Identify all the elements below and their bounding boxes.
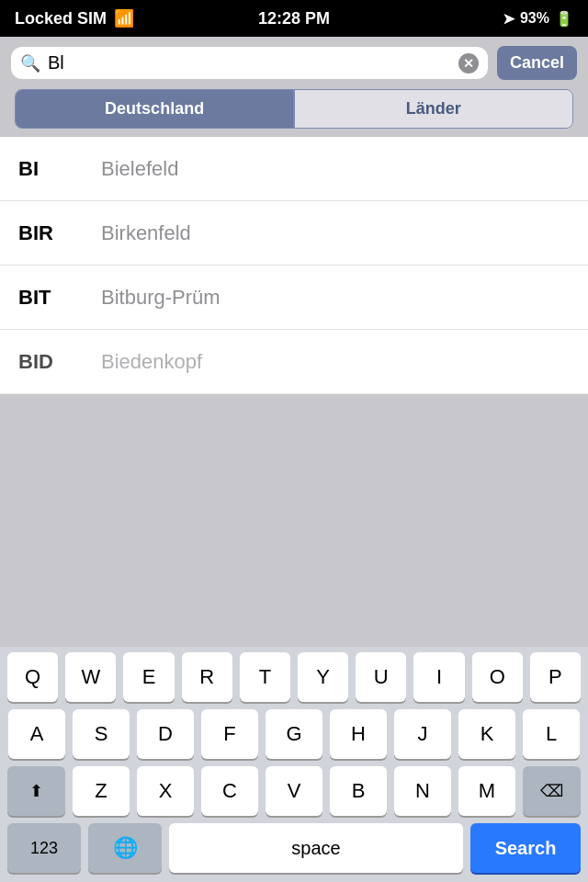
result-code-3: BID bbox=[18, 350, 101, 374]
segment-wrapper: Deutschland Länder bbox=[15, 89, 573, 129]
status-bar: Locked SIM 📶 12:28 PM ➤ 93% 🔋 bbox=[0, 0, 588, 37]
key-m[interactable]: M bbox=[458, 766, 515, 816]
status-right: ➤ 93% 🔋 bbox=[503, 10, 573, 28]
space-key[interactable]: space bbox=[169, 823, 463, 873]
key-k[interactable]: K bbox=[458, 709, 515, 759]
result-name-1: Birkenfeld bbox=[101, 221, 191, 245]
key-j[interactable]: J bbox=[394, 709, 451, 759]
key-d[interactable]: D bbox=[137, 709, 194, 759]
result-name-0: Bielefeld bbox=[101, 157, 178, 181]
search-input-wrapper[interactable]: 🔍 ✕ bbox=[11, 47, 488, 79]
battery-icon: 🔋 bbox=[555, 10, 573, 28]
key-i[interactable]: I bbox=[413, 652, 464, 702]
key-r[interactable]: R bbox=[182, 652, 232, 702]
keyboard-bottom-row: 123 🌐 space Search bbox=[0, 818, 588, 882]
numbers-key[interactable]: 123 bbox=[7, 823, 81, 873]
key-p[interactable]: P bbox=[530, 652, 581, 702]
key-q[interactable]: Q bbox=[7, 652, 58, 702]
table-row[interactable]: BIR Birkenfeld bbox=[0, 201, 588, 266]
keyboard-row-2: A S D F G H J K L bbox=[0, 704, 588, 761]
table-row[interactable]: BIT Bitburg-Prüm bbox=[0, 266, 588, 330]
search-icon: 🔍 bbox=[20, 53, 40, 74]
battery-label: 93% bbox=[520, 10, 549, 27]
keyboard-row-3: ⬆ Z X C V B N M ⌫ bbox=[0, 761, 588, 818]
cancel-button[interactable]: Cancel bbox=[497, 46, 577, 80]
key-u[interactable]: U bbox=[356, 652, 406, 702]
key-g[interactable]: G bbox=[266, 709, 322, 759]
segment-deutschland[interactable]: Deutschland bbox=[16, 90, 293, 128]
table-row[interactable]: BI Bielefeld bbox=[0, 137, 588, 201]
search-input[interactable] bbox=[48, 52, 451, 74]
key-y[interactable]: Y bbox=[298, 652, 348, 702]
search-bar: 🔍 ✕ Cancel bbox=[0, 37, 588, 89]
result-name-3: Biedenkopf bbox=[101, 350, 202, 374]
keyboard-row-1: Q W E R T Y U I O P bbox=[0, 647, 588, 704]
key-v[interactable]: V bbox=[266, 766, 322, 816]
delete-key[interactable]: ⌫ bbox=[523, 766, 581, 816]
carrier-label: Locked SIM bbox=[15, 9, 107, 28]
key-t[interactable]: T bbox=[240, 652, 290, 702]
time-label: 12:28 PM bbox=[258, 9, 330, 28]
result-code-1: BIR bbox=[18, 221, 101, 245]
shift-key[interactable]: ⬆ bbox=[7, 766, 65, 816]
key-b[interactable]: B bbox=[330, 766, 387, 816]
key-s[interactable]: S bbox=[73, 709, 130, 759]
key-e[interactable]: E bbox=[123, 652, 174, 702]
segment-laender[interactable]: Länder bbox=[295, 90, 572, 128]
result-code-2: BIT bbox=[18, 286, 101, 310]
clear-button[interactable]: ✕ bbox=[458, 53, 479, 74]
key-x[interactable]: X bbox=[137, 766, 194, 816]
segment-control: Deutschland Länder bbox=[0, 89, 588, 136]
key-w[interactable]: W bbox=[65, 652, 116, 702]
key-z[interactable]: Z bbox=[73, 766, 130, 816]
key-n[interactable]: N bbox=[394, 766, 451, 816]
result-code-0: BI bbox=[18, 157, 101, 181]
globe-key[interactable]: 🌐 bbox=[88, 823, 162, 873]
key-c[interactable]: C bbox=[201, 766, 258, 816]
status-left: Locked SIM 📶 bbox=[15, 8, 134, 28]
key-a[interactable]: A bbox=[8, 709, 65, 759]
key-f[interactable]: F bbox=[201, 709, 258, 759]
table-row[interactable]: BID Biedenkopf bbox=[0, 330, 588, 394]
wifi-icon: 📶 bbox=[114, 8, 134, 28]
search-key[interactable]: Search bbox=[470, 823, 581, 873]
location-icon: ➤ bbox=[503, 10, 514, 28]
keyboard: Q W E R T Y U I O P A S D F G H J K L ⬆ … bbox=[0, 647, 588, 882]
results-list: BI Bielefeld BIR Birkenfeld BIT Bitburg-… bbox=[0, 136, 588, 394]
key-l[interactable]: L bbox=[523, 709, 580, 759]
key-h[interactable]: H bbox=[330, 709, 387, 759]
key-o[interactable]: O bbox=[472, 652, 523, 702]
result-name-2: Bitburg-Prüm bbox=[101, 286, 220, 310]
